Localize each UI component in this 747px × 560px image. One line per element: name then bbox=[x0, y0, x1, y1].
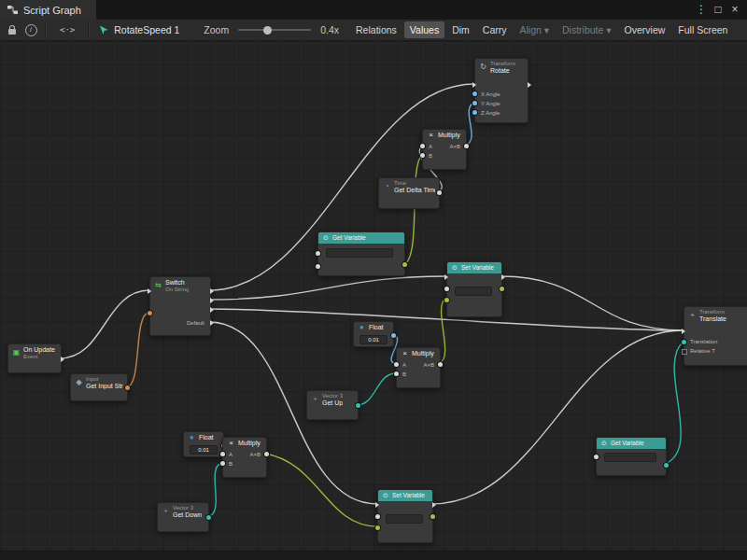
port[interactable] bbox=[61, 357, 64, 362]
port[interactable] bbox=[682, 349, 687, 355]
port-label: A bbox=[229, 450, 233, 459]
port[interactable] bbox=[148, 311, 152, 315]
zoom-slider[interactable] bbox=[238, 29, 311, 31]
port[interactable] bbox=[375, 525, 380, 530]
port[interactable] bbox=[464, 144, 469, 148]
toolbar-button-overview[interactable]: Overview bbox=[619, 21, 671, 38]
zoom-slider-thumb[interactable] bbox=[263, 26, 272, 35]
value-field[interactable] bbox=[326, 248, 393, 258]
port[interactable] bbox=[375, 514, 380, 519]
zoom-label: Zoom bbox=[204, 24, 229, 35]
toolbar-button-relations[interactable]: Relations bbox=[350, 21, 402, 38]
toolbar-button-dim[interactable]: Dim bbox=[446, 21, 475, 38]
value-field[interactable]: 0.01 bbox=[359, 335, 388, 344]
info-icon[interactable] bbox=[22, 22, 39, 37]
port[interactable] bbox=[210, 320, 214, 326]
value-field[interactable] bbox=[604, 453, 656, 462]
node-on-update[interactable]: ▣On UpdateEvent bbox=[7, 343, 62, 373]
port[interactable] bbox=[316, 251, 320, 256]
node-switch[interactable]: ⇆SwitchOn StringDefault bbox=[149, 276, 211, 336]
port[interactable] bbox=[402, 262, 407, 267]
toolbar-button-values[interactable]: Values bbox=[404, 21, 444, 38]
port[interactable] bbox=[472, 82, 476, 88]
node-title: Set Variable bbox=[461, 264, 494, 272]
value-field[interactable] bbox=[455, 287, 492, 296]
node-header: ⊙Set Variable bbox=[447, 262, 501, 273]
port[interactable] bbox=[210, 298, 214, 303]
port[interactable] bbox=[430, 514, 435, 519]
close-icon[interactable]: × bbox=[726, 0, 743, 20]
maximize-icon[interactable]: □ bbox=[710, 0, 726, 20]
node-title: Float bbox=[369, 324, 384, 331]
node-get-variable-2[interactable]: ⊙Get Variable bbox=[596, 437, 667, 476]
port[interactable] bbox=[472, 101, 477, 105]
toolbar-button-carry[interactable]: Carry bbox=[477, 21, 513, 38]
node-set-variable-1[interactable]: ⊙Set Variable bbox=[446, 261, 502, 317]
node-float-1[interactable]: ●Float0.01 bbox=[353, 321, 394, 347]
tab-script-graph[interactable]: Script Graph bbox=[0, 0, 96, 20]
port[interactable] bbox=[444, 287, 449, 291]
port[interactable] bbox=[472, 91, 477, 96]
port[interactable] bbox=[264, 452, 269, 456]
port[interactable] bbox=[148, 288, 151, 294]
node-title: Set Variable bbox=[392, 492, 425, 499]
code-toggle-icon[interactable]: <·> bbox=[52, 25, 82, 35]
port[interactable] bbox=[472, 110, 477, 115]
port[interactable] bbox=[444, 274, 448, 280]
node-title: Float bbox=[199, 434, 214, 441]
port[interactable] bbox=[437, 190, 442, 195]
node-get-down[interactable]: +Vector 3Get Down bbox=[157, 502, 209, 532]
port-label: A×B bbox=[249, 450, 261, 459]
port[interactable] bbox=[394, 362, 399, 367]
port[interactable] bbox=[528, 82, 531, 88]
port[interactable] bbox=[432, 502, 436, 508]
port[interactable] bbox=[206, 515, 211, 520]
port[interactable] bbox=[594, 455, 599, 459]
port[interactable] bbox=[375, 502, 379, 508]
node-multiply-2[interactable]: ×MultiplyAA×BB bbox=[396, 347, 441, 388]
node-get-delta-time[interactable]: ◔TimeGet Delta Time bbox=[378, 177, 440, 209]
port[interactable] bbox=[664, 463, 669, 468]
port[interactable] bbox=[444, 298, 449, 302]
port[interactable] bbox=[501, 274, 505, 280]
value-field[interactable]: 0.01 bbox=[190, 445, 218, 455]
node-float-2[interactable]: ●Float0.01 bbox=[183, 431, 224, 457]
port-label: A×B bbox=[423, 360, 434, 370]
node-multiply-1[interactable]: ×MultiplyAA×BB bbox=[422, 129, 467, 170]
port[interactable] bbox=[391, 333, 396, 338]
port[interactable] bbox=[220, 461, 225, 466]
toolbar-button-full-screen[interactable]: Full Screen bbox=[672, 21, 733, 38]
port-label: Y Angle bbox=[481, 99, 500, 108]
lock-icon[interactable] bbox=[4, 22, 21, 37]
port[interactable] bbox=[210, 288, 214, 294]
node-header: ⊙Get Variable bbox=[318, 232, 404, 244]
port[interactable] bbox=[394, 371, 399, 376]
port[interactable] bbox=[420, 153, 425, 158]
port[interactable] bbox=[682, 329, 685, 334]
node-get-variable-1[interactable]: ⊙Get Variable bbox=[317, 231, 405, 276]
port[interactable] bbox=[682, 340, 686, 344]
menu-icon[interactable]: ⋮ bbox=[693, 0, 710, 20]
port[interactable] bbox=[125, 385, 130, 390]
node-translate[interactable]: +TransformTranslateTranslationRelative T bbox=[684, 306, 747, 366]
graph-canvas[interactable]: ▣On UpdateEvent◆InputGet Input String⇆Sw… bbox=[0, 41, 747, 551]
node-rotate[interactable]: ↻TransformRotateX AngleY AngleZ Angle bbox=[474, 58, 529, 123]
port[interactable] bbox=[220, 452, 225, 456]
node-set-variable-2[interactable]: ⊙Set Variable bbox=[377, 489, 433, 543]
node-get-up[interactable]: +Vector 3Get Up bbox=[306, 390, 359, 420]
node-multiply-3[interactable]: ×MultiplyAA×BB bbox=[222, 437, 267, 478]
graph-name[interactable]: RotateSpeed 1 bbox=[114, 24, 196, 35]
toolbar-button-align[interactable]: Align ▾ bbox=[514, 21, 555, 38]
port[interactable] bbox=[316, 264, 320, 269]
port[interactable] bbox=[438, 362, 443, 367]
value-field[interactable] bbox=[386, 514, 423, 524]
port[interactable] bbox=[356, 403, 360, 408]
node-title: Get Variable bbox=[332, 234, 366, 242]
port[interactable] bbox=[420, 144, 425, 148]
port[interactable] bbox=[500, 287, 504, 291]
node-header: +TransformTranslate bbox=[684, 307, 747, 323]
node-title: Multiply bbox=[238, 440, 261, 447]
port[interactable] bbox=[210, 307, 214, 313]
toolbar-button-distribute[interactable]: Distribute ▾ bbox=[557, 21, 617, 38]
node-get-input-string[interactable]: ◆InputGet Input String bbox=[70, 373, 128, 401]
